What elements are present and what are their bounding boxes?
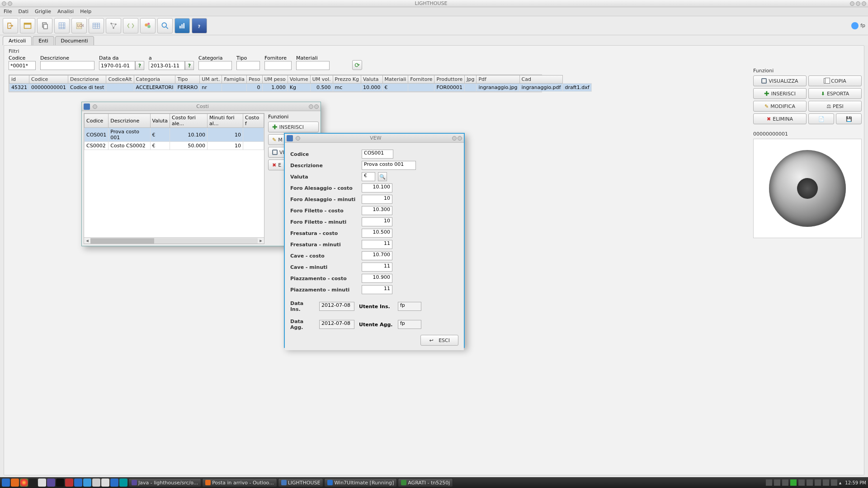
firefox-icon[interactable] — [11, 479, 19, 487]
vew-min-icon[interactable] — [452, 136, 457, 141]
input-fornitore[interactable] — [264, 61, 292, 70]
btn-modifica[interactable]: ✎MODIFICA — [753, 101, 807, 112]
kde-start-icon[interactable] — [2, 479, 10, 487]
tool-bubbles-icon[interactable] — [140, 18, 156, 33]
tool-grid-icon[interactable] — [54, 18, 70, 33]
costi-grid[interactable]: CodiceDescrizioneValutaCosto fori ale...… — [84, 113, 264, 244]
filezilla-icon[interactable] — [65, 479, 73, 487]
input-materiali[interactable] — [296, 61, 330, 70]
costi-hscroll[interactable]: ◂▸ — [84, 237, 264, 244]
clock[interactable]: 12:59 PM — [845, 480, 866, 485]
tool-nav-icon[interactable] — [123, 18, 138, 33]
tray-network-icon[interactable] — [807, 479, 813, 486]
menu-file[interactable]: File — [4, 9, 12, 14]
btn-esporta[interactable]: ⬇ESPORTA — [808, 88, 862, 99]
vew-close-icon[interactable] — [458, 136, 462, 141]
tray-icon[interactable] — [790, 479, 797, 486]
tool-table-icon[interactable] — [89, 18, 104, 33]
lbl-utagg: Utente Agg. — [359, 322, 393, 328]
costi-btn-inserisci[interactable]: ✚INSERISCI — [268, 122, 319, 132]
costi-min-icon[interactable] — [309, 104, 313, 109]
notes-icon[interactable] — [101, 479, 109, 487]
tool-graph-icon[interactable] — [106, 18, 121, 33]
menu-help[interactable]: Help — [80, 9, 91, 14]
tool-log-icon[interactable]: LOG — [71, 18, 87, 33]
task-lighthouse[interactable]: LIGHTHOUSE — [278, 478, 324, 487]
tool-search-icon[interactable] — [157, 18, 173, 33]
input-categoria[interactable] — [198, 61, 232, 70]
files-icon[interactable] — [38, 479, 46, 487]
btn-copia[interactable]: COPIA — [808, 75, 862, 86]
editor-icon[interactable] — [92, 479, 100, 487]
vbox-icon[interactable] — [74, 479, 82, 487]
task-agrati[interactable]: AGRATI - tn5250j — [398, 478, 453, 487]
tray-volume-icon[interactable] — [798, 479, 805, 486]
refresh-button[interactable]: ⟳ — [352, 60, 362, 70]
tab-articoli[interactable]: Articoli — [3, 36, 32, 45]
tool-help-icon[interactable]: ? — [192, 18, 207, 33]
terminal-icon[interactable] — [29, 479, 37, 487]
btn-esci[interactable]: ↩ ESCI — [420, 335, 458, 346]
btn-visualizza[interactable]: VISUALIZZA — [753, 75, 807, 86]
tab-enti[interactable]: Enti — [33, 36, 54, 45]
lbl-materiali: Materiali — [296, 55, 330, 61]
grid-row[interactable]: 4532100000000001Codice di testACCELERATO… — [9, 84, 592, 92]
eclipse-icon[interactable] — [47, 479, 55, 487]
task-java[interactable]: Java - lighthouse/src/o... — [128, 478, 201, 487]
main-grid[interactable]: idCodiceDescrizioneCodiceAltCategoriaTip… — [9, 75, 542, 92]
tray-icon[interactable] — [815, 479, 821, 486]
window-menu-icon[interactable] — [2, 1, 6, 6]
tool-chart-icon[interactable] — [175, 18, 190, 33]
input-tipo[interactable] — [236, 61, 260, 70]
input-codice[interactable] — [9, 61, 36, 70]
task-outlook[interactable]: Posta in arrivo - Outloo... — [202, 478, 277, 487]
task-win7[interactable]: Win7Ultimate [Running] — [324, 478, 397, 487]
tool-copy-icon[interactable] — [37, 18, 52, 33]
minimize-icon[interactable] — [850, 1, 854, 6]
tray-icon[interactable] — [766, 479, 772, 486]
tray-battery-icon[interactable] — [831, 479, 837, 486]
costi-pin-icon[interactable] — [93, 104, 97, 109]
btn-dataa-pick[interactable]: ? — [185, 61, 194, 70]
tray-icon[interactable] — [823, 479, 829, 486]
globe-icon[interactable] — [110, 479, 118, 487]
arduino-icon[interactable] — [119, 479, 127, 487]
val-valuta: € — [362, 172, 375, 181]
menu-griglie[interactable]: Griglie — [35, 9, 51, 14]
tab-documenti[interactable]: Documenti — [55, 36, 94, 45]
tray-icon[interactable] — [782, 479, 788, 486]
menu-analisi[interactable]: Analisi — [57, 9, 74, 14]
tool-window-icon[interactable] — [20, 18, 35, 33]
costi-row[interactable]: COS001Prova costo 001€10.10010 — [85, 128, 264, 142]
window-pin-icon[interactable] — [8, 1, 12, 6]
menu-dati[interactable]: Dati — [18, 9, 28, 14]
btn-inserisci[interactable]: ✚INSERISCI — [753, 88, 807, 99]
vew-pin-icon[interactable] — [296, 136, 300, 141]
lbl-tipo: Tipo — [236, 55, 260, 61]
btn-pdf[interactable]: 📄 — [808, 113, 834, 124]
tray-expand-icon[interactable]: ▴ — [839, 480, 842, 486]
input-descrizione[interactable] — [40, 61, 94, 70]
lbl-dataagg: Data Agg. — [290, 319, 315, 330]
tool-exit-icon[interactable] — [3, 18, 18, 33]
btn-pesi[interactable]: ⚖PESI — [808, 101, 862, 112]
svg-point-24 — [147, 23, 150, 25]
vbox-task-icon — [327, 480, 333, 485]
input-dataa[interactable] — [149, 61, 185, 70]
vew-titlebar[interactable]: VEW — [285, 134, 464, 143]
btn-elimina[interactable]: ✖ELIMINA — [753, 113, 807, 124]
costi-titlebar[interactable]: Costi — [82, 102, 321, 111]
btn-save[interactable]: 💾 — [836, 113, 862, 124]
chrome-icon[interactable] — [20, 479, 28, 487]
close-icon[interactable] — [862, 1, 866, 6]
konsole-icon[interactable] — [56, 479, 64, 487]
costi-close-icon[interactable] — [314, 104, 319, 109]
tray-icon[interactable] — [774, 479, 780, 486]
costi-row[interactable]: CS0002Costo CS0002€50.00010 — [85, 142, 264, 150]
btn-datada-pick[interactable]: ? — [135, 61, 144, 70]
input-datada[interactable] — [99, 61, 135, 70]
export-icon: ⬇ — [821, 91, 825, 97]
maximize-icon[interactable] — [856, 1, 860, 6]
valuta-zoom-icon[interactable]: 🔍 — [378, 172, 387, 181]
dropbox-icon[interactable] — [83, 479, 91, 487]
